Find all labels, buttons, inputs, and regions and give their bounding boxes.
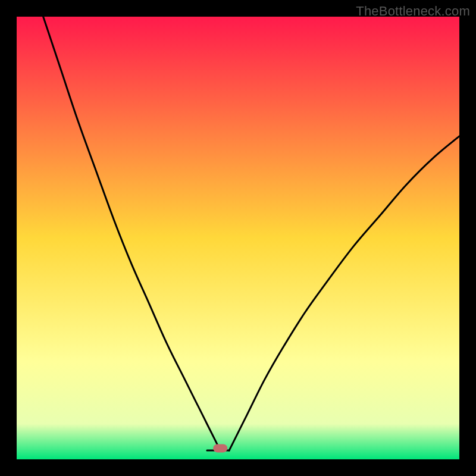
optimal-point-icon bbox=[213, 444, 227, 452]
chart-svg bbox=[17, 17, 459, 459]
chart-frame: TheBottleneck.com bbox=[0, 0, 476, 476]
optimal-marker bbox=[213, 444, 227, 452]
plot-area bbox=[17, 17, 459, 459]
watermark-label: TheBottleneck.com bbox=[356, 4, 470, 19]
gradient-background bbox=[17, 17, 459, 459]
